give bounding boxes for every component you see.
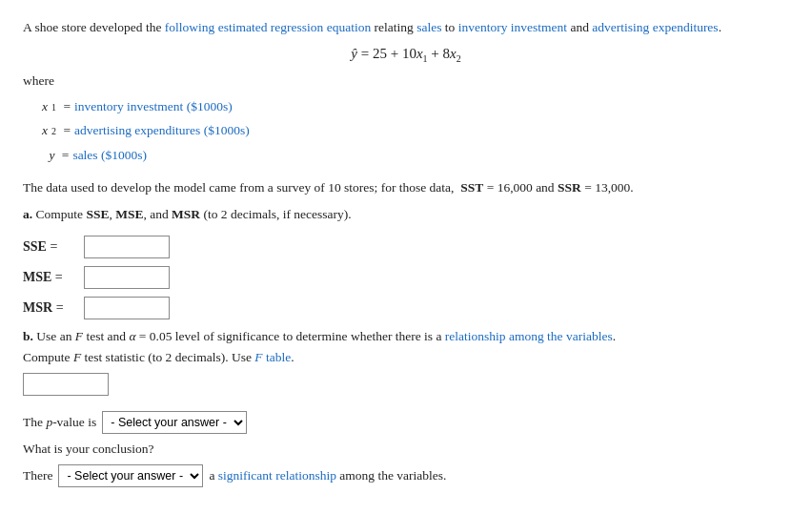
there-suffix-text: a significant relationship among the var… [209,468,446,483]
variables-section: x1 = inventory investment ($1000s) x2 = … [42,94,789,168]
mse-row: MSE = [23,266,789,289]
f-stat-instruction: Compute F test statistic (to 2 decimals)… [23,350,789,365]
var-y: y = sales ($1000s) [42,143,789,168]
f-stat-row [23,373,789,403]
there-prefix-text: There [23,468,52,483]
sse-row: SSE = [23,236,789,258]
mse-label: MSE = [23,270,78,285]
where-label: where [23,73,789,89]
sse-label: SSE = [23,239,78,255]
msr-input[interactable] [84,297,170,319]
msr-label: MSR = [23,300,78,316]
sse-input[interactable] [84,236,170,258]
data-sentence: The data used to develop the model came … [23,177,789,198]
mse-input[interactable] [84,266,170,289]
there-line: There - Select your answer - is is not a… [23,464,789,487]
var-x2: x2 = advertising expenditures ($1000s) [42,118,789,143]
equation-display: ŷ = 25 + 10x1 + 8x2 [23,46,789,64]
msr-row: MSR = [23,297,789,319]
pvalue-prefix-text: The p-value is [23,415,96,430]
conclusion-question: What is your conclusion? [23,442,789,457]
there-select[interactable]: - Select your answer - is is not [58,464,203,487]
part-a-label: a. Compute SSE, MSE, and MSR (to 2 decim… [23,207,789,222]
var-x1: x1 = inventory investment ($1000s) [42,94,789,119]
pvalue-line: The p-value is - Select your answer - le… [23,411,789,434]
f-stat-input[interactable] [23,373,109,396]
sse-mse-msr-section: SSE = MSE = MSR = [23,236,789,319]
part-b-label: b. Use an F test and α = 0.05 level of s… [23,329,789,344]
intro-text: A shoe store developed the following est… [23,17,789,38]
pvalue-select[interactable]: - Select your answer - less than .01 bet… [102,411,247,434]
